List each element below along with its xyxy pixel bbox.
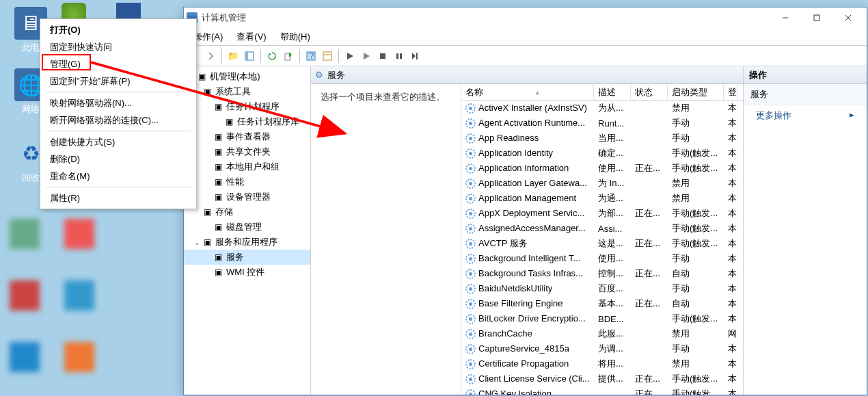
tree-node-icon: ▣ — [202, 86, 213, 97]
service-desc-cell: 为 In... — [594, 177, 631, 189]
service-logon-cell: 本 — [724, 298, 737, 310]
tree-node-label: 性能 — [226, 176, 244, 188]
service-row[interactable]: Application Identity确定...手动(触发...本 — [461, 146, 743, 161]
services-list[interactable]: 名称▴ 描述 状态 启动类型 登 ActiveX Installer (AxIn… — [461, 84, 743, 395]
tree-pane[interactable]: ▣机管理(本地)▣系统工具▣任务计划程序▣任务计划程序库▣事件查看器▣共享文件夹… — [184, 66, 311, 395]
tree-expand-icon[interactable]: ⌄ — [192, 239, 202, 246]
gear-icon — [465, 299, 476, 309]
close-button[interactable] — [832, 8, 864, 28]
service-startup-cell: 手动 — [668, 252, 724, 265]
tree-node[interactable]: ▣磁盘管理 — [184, 220, 310, 235]
col-header-status[interactable]: 状态 — [631, 84, 668, 100]
gear-icon — [465, 314, 476, 324]
tree-node[interactable]: ▣性能 — [184, 174, 310, 189]
context-menu-item[interactable]: 断开网络驱动器的连接(C)... — [42, 111, 195, 129]
service-name-cell: Certificate Propagation — [461, 358, 594, 369]
context-menu-item[interactable]: 属性(R) — [42, 189, 195, 207]
service-description-text: 选择一个项目来查看它的描述。 — [321, 92, 445, 102]
col-header-name[interactable]: 名称▴ — [461, 84, 594, 100]
context-menu-item[interactable]: 重命名(M) — [42, 168, 195, 185]
service-row[interactable]: App Readiness当用...手动本 — [461, 131, 743, 146]
toolbar-help-button[interactable]: ? — [303, 49, 318, 64]
tree-node[interactable]: ▣事件查看器 — [184, 129, 310, 144]
gear-icon — [465, 269, 476, 279]
context-menu-item[interactable]: 固定到"开始"屏幕(P) — [42, 72, 195, 90]
tree-node[interactable]: ▣本地用户和组 — [184, 159, 310, 174]
tree-node[interactable]: ▣机管理(本地) — [184, 69, 310, 84]
service-row[interactable]: Agent Activation Runtime...Runt...手动本 — [461, 116, 743, 131]
service-row[interactable]: Base Filtering Engine基本...正在...自动本 — [461, 296, 743, 311]
service-name-cell: AppX Deployment Servic... — [461, 208, 594, 219]
service-row[interactable]: CNG Key Isolation正在...手动(触发...本 — [461, 386, 743, 395]
toolbar-pause-button[interactable] — [392, 49, 407, 64]
service-row[interactable]: AVCTP 服务这是...正在...手动(触发...本 — [461, 236, 743, 251]
col-header-desc[interactable]: 描述 — [594, 84, 631, 100]
service-desc-cell: 提供... — [594, 373, 631, 385]
service-name-cell: AVCTP 服务 — [461, 237, 594, 250]
tree-node[interactable]: ▣设备管理器 — [184, 189, 310, 204]
service-row[interactable]: CaptureService_4815a为调...手动本 — [461, 341, 743, 356]
menu-item[interactable]: 帮助(H) — [273, 29, 317, 45]
context-menu-item[interactable]: 打开(O) — [42, 21, 195, 38]
context-menu-separator — [46, 131, 191, 131]
maximize-button[interactable] — [801, 8, 832, 28]
svg-rect-6 — [245, 52, 248, 60]
tree-node[interactable]: ⌄▣服务和应用程序 — [184, 235, 310, 250]
svg-rect-12 — [380, 53, 385, 59]
service-startup-cell: 手动 — [668, 343, 724, 355]
minimize-button[interactable] — [770, 8, 801, 28]
toolbar-show-hide-button[interactable] — [242, 49, 257, 64]
service-row[interactable]: Client License Service (Cli...提供...正在...… — [461, 371, 743, 386]
service-desc-cell: 此服... — [594, 328, 631, 340]
service-name-cell: Client License Service (Cli... — [461, 373, 594, 384]
tree-node[interactable]: ▣任务计划程序 — [184, 99, 310, 114]
tree-node[interactable]: ▣共享文件夹 — [184, 144, 310, 159]
service-status-cell: 正在... — [631, 267, 668, 280]
service-row[interactable]: Application Information使用...正在...手动(触发..… — [461, 161, 743, 176]
toolbar-folder-button[interactable]: 📁 — [226, 49, 241, 64]
toolbar-forward-button[interactable] — [203, 49, 218, 64]
service-startup-cell: 手动(触发... — [668, 222, 724, 235]
toolbar-play-button[interactable] — [359, 49, 374, 64]
service-row[interactable]: Background Intelligent T...使用...手动本 — [461, 251, 743, 266]
service-row[interactable]: AppX Deployment Servic...为部...正在...手动(触发… — [461, 206, 743, 221]
context-menu-item[interactable]: 管理(G) — [42, 55, 195, 72]
context-menu-item[interactable]: 映射网络驱动器(N)... — [42, 94, 195, 111]
service-row[interactable]: BranchCache此服...禁用网 — [461, 326, 743, 341]
service-logon-cell: 本 — [724, 358, 737, 370]
service-status-cell: 正在... — [631, 373, 668, 385]
toolbar-stop-button[interactable] — [375, 49, 390, 64]
toolbar-refresh-button[interactable] — [265, 49, 280, 64]
context-menu-item[interactable]: 固定到快速访问 — [42, 38, 195, 55]
service-row[interactable]: BitLocker Drive Encryptio...BDE...手动(触发.… — [461, 311, 743, 326]
tree-node[interactable]: ▣任务计划程序库 — [184, 114, 310, 129]
col-header-startup[interactable]: 启动类型 — [668, 84, 724, 100]
service-status-cell: 正在... — [631, 162, 668, 174]
service-row[interactable]: Application Management为通...禁用本 — [461, 191, 743, 206]
service-row[interactable]: Background Tasks Infras...控制...正在...自动本 — [461, 266, 743, 281]
tree-node[interactable]: ▣服务 — [184, 250, 310, 265]
gear-icon — [465, 344, 476, 354]
context-menu-item[interactable]: 创建快捷方式(S) — [42, 133, 195, 150]
service-row[interactable]: Certificate Propagation将用...禁用本 — [461, 356, 743, 371]
service-row[interactable]: BaiduNetdiskUtility百度...手动本 — [461, 281, 743, 296]
menu-item[interactable]: 查看(V) — [230, 29, 273, 45]
window-titlebar[interactable]: 计算机管理 — [184, 8, 867, 28]
tree-node-label: 设备管理器 — [226, 191, 271, 203]
toolbar-export-button[interactable] — [281, 49, 296, 64]
service-row[interactable]: AssignedAccessManager...Assi...手动(触发...本 — [461, 221, 743, 236]
service-row[interactable]: Application Layer Gatewa...为 In...禁用本 — [461, 176, 743, 191]
toolbar-restart-button[interactable] — [408, 49, 423, 64]
tree-node[interactable]: ▣存储 — [184, 204, 310, 220]
tree-node[interactable]: ▣系统工具 — [184, 84, 310, 99]
service-desc-cell: Runt... — [594, 118, 631, 129]
toolbar-view-button[interactable] — [320, 49, 335, 64]
col-header-logon[interactable]: 登 — [724, 84, 737, 100]
tree-node-label: 磁盘管理 — [226, 221, 262, 233]
tree-node[interactable]: ▣WMI 控件 — [184, 265, 310, 280]
toolbar-start-button[interactable] — [342, 49, 357, 64]
context-menu-separator — [46, 187, 191, 187]
service-row[interactable]: ActiveX Installer (AxInstSV)为从...禁用本 — [461, 101, 743, 116]
actions-more-link[interactable]: 更多操作▸ — [744, 105, 867, 126]
context-menu-item[interactable]: 删除(D) — [42, 150, 195, 168]
